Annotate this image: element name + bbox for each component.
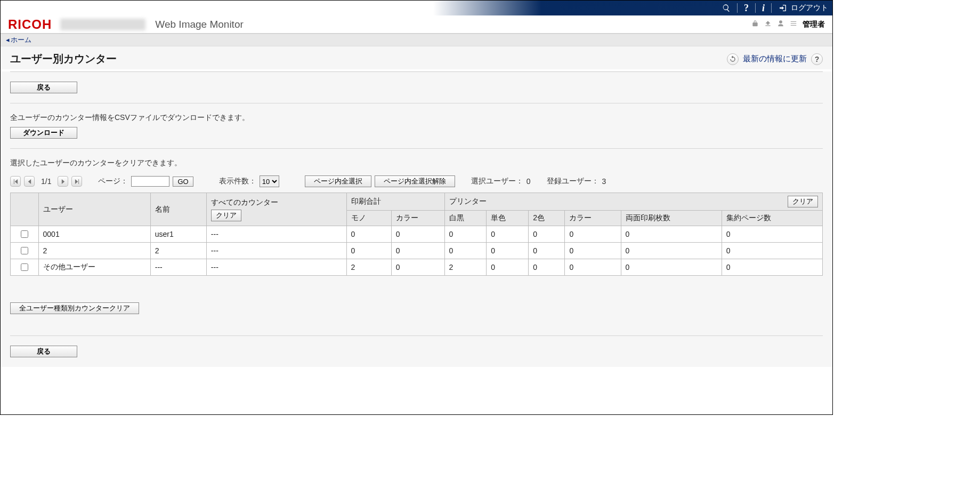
network-icon — [764, 20, 772, 29]
th-printer: プリンター クリア — [444, 193, 822, 211]
back-button-bottom[interactable]: 戻る — [10, 346, 77, 357]
back-button[interactable]: 戻る — [10, 82, 77, 93]
select-all-button[interactable]: ページ内全選択 — [305, 175, 371, 187]
cell-user: 2 — [38, 243, 150, 259]
page-help-icon[interactable]: ? — [811, 53, 823, 65]
help-icon[interactable]: ? — [741, 1, 752, 15]
selected-value: 0 — [527, 177, 531, 186]
clear-description: 選択したユーザーのカウンターをクリアできます。 — [10, 158, 823, 168]
cell-color2: 0 — [565, 243, 621, 259]
table-row: 0001 user1 --- 0 0 0 0 0 0 0 0 — [11, 226, 823, 243]
cell-duplex: 0 — [621, 226, 722, 243]
header: RICOH Web Image Monitor 管理者 — [1, 15, 832, 34]
deselect-all-button[interactable]: ページ内全選択解除 — [375, 175, 455, 187]
cell-mono: 0 — [346, 226, 391, 243]
th-all-counters: すべてのカウンター クリア — [206, 193, 346, 226]
page-input[interactable] — [131, 176, 169, 187]
th-user: ユーザー — [38, 193, 150, 226]
info-icon[interactable]: i — [759, 1, 768, 15]
breadcrumb-chevron-icon: ◂ — [6, 36, 10, 44]
th-name: 名前 — [150, 193, 206, 226]
top-bar: ? i ログアウト — [1, 1, 832, 15]
cell-two: 0 — [529, 226, 565, 243]
cell-all: --- — [206, 259, 346, 276]
page-next-button[interactable] — [58, 176, 68, 187]
registered-label: 登録ユーザー： — [547, 177, 599, 186]
page-title-row: ユーザー別カウンター 最新の情報に更新 ? — [1, 46, 832, 69]
th-bw: 白黒 — [444, 211, 487, 226]
logout-label: ログアウト — [791, 3, 828, 13]
clear-all-counters-button[interactable]: クリア — [211, 210, 241, 221]
th-npages: 集約ページ数 — [722, 211, 822, 226]
th-all-counters-label: すべてのカウンター — [211, 198, 278, 207]
clear-printer-button[interactable]: クリア — [788, 196, 818, 207]
page-indicator: 1/1 — [41, 177, 51, 186]
cell-duplex: 0 — [621, 259, 722, 276]
items-per-page-select[interactable]: 10 — [260, 175, 279, 187]
logout-button[interactable]: ログアウト — [775, 3, 828, 13]
page-last-button[interactable] — [71, 176, 82, 187]
cell-duplex: 0 — [621, 243, 722, 259]
brand-logo: RICOH — [8, 17, 52, 32]
th-color2: カラー — [565, 211, 621, 226]
cell-single: 0 — [487, 259, 529, 276]
row-checkbox[interactable] — [21, 230, 28, 238]
cell-user: 0001 — [38, 226, 150, 243]
clear-all-types-button[interactable]: 全ユーザー種類別カウンタークリア — [10, 302, 139, 314]
lock-icon — [751, 20, 759, 29]
cell-name: 2 — [150, 243, 206, 259]
th-checkbox — [11, 193, 39, 226]
download-button[interactable]: ダウンロード — [10, 127, 77, 139]
model-placeholder — [60, 19, 145, 30]
row-checkbox[interactable] — [21, 263, 28, 271]
th-two-color: 2色 — [529, 211, 565, 226]
th-mono: モノ — [346, 211, 391, 226]
cell-color: 0 — [391, 259, 444, 276]
cell-npages: 0 — [722, 243, 822, 259]
cell-name: user1 — [150, 226, 206, 243]
app-title: Web Image Monitor — [155, 19, 243, 30]
cell-all: --- — [206, 226, 346, 243]
cell-name: --- — [150, 259, 206, 276]
th-printer-label: プリンター — [449, 197, 487, 206]
cell-color2: 0 — [565, 259, 621, 276]
page-label: ページ： — [98, 177, 128, 186]
selected-label: 選択ユーザー： — [471, 177, 523, 186]
cell-bw: 2 — [444, 259, 487, 276]
table-row: 2 2 --- 0 0 0 0 0 0 0 0 — [11, 243, 823, 259]
cell-all: --- — [206, 243, 346, 259]
cell-two: 0 — [529, 259, 565, 276]
cell-mono: 0 — [346, 243, 391, 259]
page-prev-button[interactable] — [24, 176, 35, 187]
cell-single: 0 — [487, 243, 529, 259]
cell-bw: 0 — [444, 243, 487, 259]
breadcrumb: ◂ホーム — [1, 34, 832, 46]
page-title: ユーザー別カウンター — [10, 52, 117, 66]
refresh-icon[interactable] — [727, 53, 739, 65]
csv-description: 全ユーザーのカウンター情報をCSVファイルでダウンロードできます。 — [10, 113, 823, 123]
admin-label: 管理者 — [803, 20, 825, 29]
user-icon — [777, 20, 784, 29]
cell-user: その他ユーザー — [38, 259, 150, 276]
row-checkbox[interactable] — [21, 247, 28, 254]
cell-single: 0 — [487, 226, 529, 243]
cell-mono: 2 — [346, 259, 391, 276]
cell-npages: 0 — [722, 226, 822, 243]
th-duplex: 両面印刷枚数 — [621, 211, 722, 226]
table-row: その他ユーザー --- --- 2 0 2 0 0 0 0 0 — [11, 259, 823, 276]
list-icon — [790, 20, 797, 29]
counter-table: ユーザー 名前 すべてのカウンター クリア 印刷合計 プリンター クリア — [10, 193, 823, 276]
breadcrumb-home-link[interactable]: ホーム — [11, 36, 31, 44]
go-button[interactable]: GO — [173, 177, 193, 187]
cell-npages: 0 — [722, 259, 822, 276]
cell-color2: 0 — [565, 226, 621, 243]
cell-color: 0 — [391, 226, 444, 243]
page-first-button[interactable] — [10, 176, 21, 187]
search-icon[interactable] — [719, 1, 734, 15]
refresh-link[interactable]: 最新の情報に更新 — [743, 54, 807, 64]
cell-color: 0 — [391, 243, 444, 259]
pager-row: 1/1 ページ： GO 表示件数： 10 ページ内全選択 ページ内全選択解除 選… — [10, 175, 823, 187]
content: 戻る 全ユーザーのカウンター情報をCSVファイルでダウンロードできます。 ダウン… — [1, 71, 832, 367]
th-color: カラー — [391, 211, 444, 226]
th-print-total: 印刷合計 — [346, 193, 444, 211]
